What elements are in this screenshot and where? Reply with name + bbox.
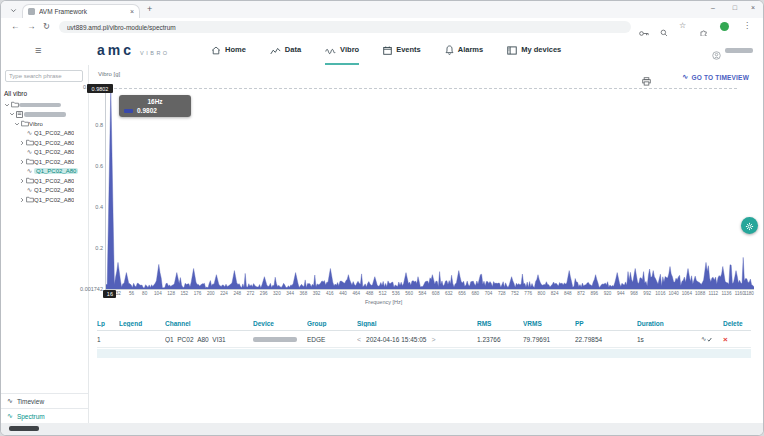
sidebar-item-label: Spectrum — [17, 413, 45, 420]
row-channel: Q1_PC02_A80_VI31 — [165, 336, 253, 343]
scrollbar-thumb[interactable] — [9, 426, 39, 431]
nav-item-alarms[interactable]: Alarms — [445, 36, 483, 65]
waveform-preview-button[interactable]: ∿ — [701, 335, 723, 343]
tree-item[interactable]: ∿Q1_PC02_A80 — [1, 186, 88, 196]
reload-button[interactable]: ↻ — [43, 21, 50, 31]
window-maximize-button[interactable]: □ — [733, 4, 737, 11]
tab-favicon — [28, 8, 35, 15]
tab-title: AVM Framework — [39, 8, 126, 15]
window-minimize-button[interactable]: – — [711, 4, 715, 11]
devices-icon — [507, 41, 517, 59]
chevron-right-icon[interactable] — [18, 140, 25, 146]
signal-prev-button[interactable]: < — [357, 336, 361, 343]
tab-close-icon[interactable]: × — [130, 8, 134, 15]
nav-item-home[interactable]: Home — [211, 36, 246, 65]
chevron-right-icon[interactable] — [18, 197, 25, 203]
tooltip-series-swatch — [124, 109, 133, 113]
folder-icon — [10, 101, 19, 108]
window-close-button[interactable]: × — [751, 4, 755, 11]
signal-timestamp: 2024-04-16 15:45:05 — [366, 336, 426, 343]
nav-item-label: Data — [285, 45, 301, 54]
nav-item-vibro[interactable]: Vibro — [325, 36, 359, 65]
row-pp: 22.79854 — [575, 336, 637, 343]
column-header-delete: Delete — [723, 320, 751, 327]
chevron-down-icon[interactable] — [13, 121, 20, 127]
tree-item[interactable]: Q1_PC02_A80 — [1, 138, 88, 148]
chevron-down-icon[interactable] — [8, 111, 15, 117]
sidebar-bottom-nav: ∿Timeview∿Spectrum — [1, 393, 88, 423]
wave-icon: ∿ — [701, 335, 706, 343]
browser-toolbar: ← → ↻ ☆ ⋮ — [1, 18, 763, 37]
column-header-lp: Lp — [97, 320, 119, 327]
device-tree: Vibro∿Q1_PC02_A80Q1_PC02_A80∿Q1_PC02_A80… — [1, 100, 88, 205]
user-name-redacted — [725, 48, 753, 53]
x-axis-title: Frequency [Hz] — [365, 299, 402, 305]
logo-text-amc: amc — [97, 44, 134, 57]
tree-item[interactable] — [1, 100, 88, 110]
nav-item-my-devices[interactable]: My devices — [507, 36, 561, 65]
new-tab-button[interactable]: + — [147, 4, 152, 14]
forward-button[interactable]: → — [27, 21, 36, 31]
tree-item-label: Q1_PC02_A80 — [34, 140, 74, 146]
chevron-right-icon[interactable] — [18, 178, 25, 184]
bottom-strip — [1, 423, 763, 435]
chevron-right-icon[interactable] — [18, 159, 25, 165]
profile-avatar[interactable] — [720, 22, 729, 31]
back-button[interactable]: ← — [11, 21, 20, 31]
tree-item[interactable]: ∿Q1_PC02_A80 — [1, 167, 88, 177]
folder-icon — [25, 196, 34, 203]
column-header-pp: PP — [575, 320, 637, 327]
tree-item[interactable]: ∿Q1_PC02_A80 — [1, 148, 88, 158]
tree-label-redacted — [24, 112, 66, 117]
tree-item-label: Q1_PC02_A80 — [34, 149, 74, 155]
tree-item[interactable] — [1, 110, 88, 120]
chevron-down-icon[interactable] — [3, 102, 10, 108]
column-header-rms: RMS — [477, 320, 523, 327]
sidebar-item-timeview[interactable]: ∿Timeview — [1, 393, 88, 408]
data-icon — [270, 41, 281, 59]
tree-item[interactable]: Vibro — [1, 119, 88, 129]
signals-table: LpLegendChannelDeviceGroupSignalRMSVRMSP… — [97, 317, 751, 358]
column-header-duration: Duration — [637, 320, 701, 327]
row-vrms: 79.79691 — [523, 336, 575, 343]
user-icon[interactable] — [712, 46, 721, 64]
tree-item-label: Q1_PC02_A80 — [34, 159, 74, 165]
folder-icon — [20, 120, 29, 127]
events-icon — [383, 41, 392, 59]
delete-row-button[interactable]: × — [723, 335, 751, 344]
browser-tab[interactable]: AVM Framework × — [22, 4, 140, 18]
tree-item[interactable]: Q1_PC02_A80 — [1, 176, 88, 186]
x-axis-end-label: 1180 — [740, 291, 758, 296]
nav-item-label: Vibro — [340, 45, 359, 54]
tab-search-button[interactable] — [7, 5, 19, 15]
wave-icon: ∿ — [7, 412, 13, 420]
address-bar[interactable] — [59, 21, 631, 33]
tree-item[interactable]: Q1_PC02_A80 — [1, 157, 88, 167]
tree-item[interactable]: ∿Q1_PC02_A80 — [1, 129, 88, 139]
sidebar-item-spectrum[interactable]: ∿Spectrum — [1, 408, 88, 423]
signal-next-button[interactable]: > — [431, 336, 435, 343]
chart-settings-fab[interactable] — [741, 217, 758, 234]
tree-root-label[interactable]: All vibro — [4, 90, 27, 97]
sidebar: All vibro Vibro∿Q1_PC02_A80Q1_PC02_A80∿Q… — [1, 65, 89, 423]
tree-label-redacted — [19, 103, 61, 108]
nav-item-events[interactable]: Events — [383, 36, 421, 65]
logo-text-vibro: VIBRO — [140, 50, 170, 56]
folder-icon — [25, 177, 34, 184]
browser-menu-icon[interactable]: ⋮ — [743, 21, 751, 30]
tree-item-label: Q1_PC02_A80 — [34, 178, 74, 184]
tree-item[interactable]: Q1_PC02_A80 — [1, 195, 88, 205]
search-input[interactable] — [5, 70, 83, 82]
row-lp: 1 — [97, 336, 119, 343]
row-group: EDGE — [307, 336, 357, 343]
folder-icon — [25, 158, 34, 165]
wave-icon: ∿ — [7, 397, 13, 405]
cursor-x-badge[interactable]: 16 — [103, 290, 116, 298]
cursor-y-badge: 0.9802 — [87, 84, 113, 93]
nav-item-data[interactable]: Data — [270, 36, 301, 65]
bookmark-star-icon[interactable]: ☆ — [679, 21, 686, 30]
hamburger-menu-icon[interactable]: ≡ — [35, 45, 41, 55]
wave-icon: ∿ — [25, 167, 34, 175]
browser-window: AVM Framework × + – □ × ← → ↻ ☆ ⋮ ≡ amc … — [0, 0, 764, 436]
column-header-device: Device — [253, 320, 307, 327]
